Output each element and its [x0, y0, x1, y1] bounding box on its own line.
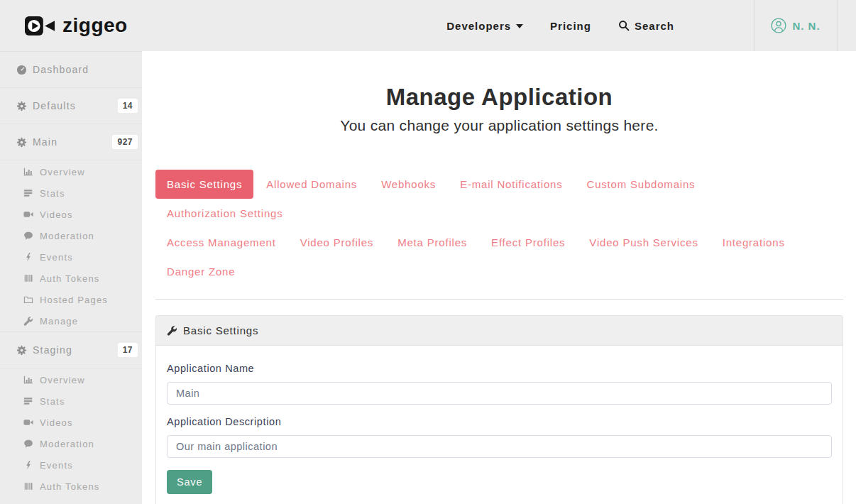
sidebar-item-label: Auth Tokens — [40, 481, 100, 492]
sidebar-item-auth-tokens[interactable]: Auth Tokens — [0, 268, 142, 289]
sidebar-item-label: Overview — [40, 375, 85, 385]
brand-name: ziggeo — [62, 14, 128, 37]
sidebar-item-dashboard[interactable]: Dashboard — [0, 52, 142, 88]
bar-chart-icon — [23, 167, 33, 177]
wrench-icon — [167, 325, 177, 336]
count-badge: 14 — [118, 99, 138, 113]
nav-developers-label: Developers — [446, 20, 511, 32]
chevron-down-icon — [516, 24, 523, 28]
sidebar-item-stats[interactable]: Stats — [0, 182, 142, 204]
sidebar-item-hosted-pages[interactable]: Hosted Pages — [0, 289, 142, 310]
tab-email-notifications[interactable]: E-mail Notifications — [449, 170, 574, 199]
sidebar-item-label: Moderation — [40, 439, 94, 449]
user-avatar-icon — [771, 18, 786, 33]
tabs-row-1: Basic Settings Allowed Domains Webhooks … — [155, 170, 843, 228]
sidebar-item-label: Events — [40, 252, 73, 263]
tabs-row-2: Access Management Video Profiles Meta Pr… — [155, 228, 843, 286]
sidebar-item-manage[interactable]: Manage — [0, 310, 142, 332]
sidebar-item-label: Main — [33, 136, 57, 148]
sidebar-item-label: Stats — [40, 188, 65, 199]
sidebar-item-label: Manage — [40, 316, 78, 327]
search-icon — [618, 20, 630, 31]
folder-icon — [23, 295, 33, 305]
application-description-label: Application Description — [167, 416, 832, 427]
sidebar-item-moderation[interactable]: Moderation — [0, 433, 142, 454]
chat-bubble-icon — [23, 439, 33, 449]
tab-webhooks[interactable]: Webhooks — [370, 170, 447, 199]
sidebar-item-overview[interactable]: Overview — [0, 369, 142, 390]
sidebar-item-label: Videos — [40, 417, 73, 428]
count-badge: 927 — [112, 135, 138, 149]
sidebar-item-overview[interactable]: Overview — [0, 161, 142, 182]
sidebar-item-hosted-pages[interactable]: Hosted Pages — [0, 497, 142, 504]
page-subtitle: You can change your application settings… — [155, 117, 843, 134]
nav-search[interactable]: Search — [618, 20, 674, 32]
settings-tabs: Basic Settings Allowed Domains Webhooks … — [155, 170, 843, 300]
lightning-bolt-icon — [23, 460, 33, 470]
application-name-label: Application Name — [167, 363, 832, 374]
count-badge: 17 — [118, 343, 138, 357]
tab-basic-settings[interactable]: Basic Settings — [155, 170, 253, 199]
gear-icon — [16, 101, 27, 111]
sidebar-item-events[interactable]: Events — [0, 246, 142, 268]
sidebar-item-events[interactable]: Events — [0, 454, 142, 476]
sidebar-item-label: Auth Tokens — [40, 273, 100, 284]
sidebar-item-label: Overview — [40, 167, 85, 177]
tab-custom-subdomains[interactable]: Custom Subdomains — [576, 170, 707, 199]
tab-video-profiles[interactable]: Video Profiles — [289, 228, 385, 257]
nav-pricing[interactable]: Pricing — [550, 20, 591, 32]
tab-access-management[interactable]: Access Management — [155, 228, 287, 257]
barcode-icon — [23, 273, 33, 283]
sidebar-item-label: Stats — [40, 396, 65, 407]
sidebar-item-staging[interactable]: Staging 17 — [0, 332, 142, 368]
stats-bars-icon — [23, 188, 33, 198]
application-description-input[interactable] — [167, 435, 832, 458]
top-navigation: Developers Pricing Search — [446, 20, 674, 32]
sidebar-item-stats[interactable]: Stats — [0, 390, 142, 412]
sidebar: Dashboard Defaults 14 — [0, 51, 142, 504]
page-title: Manage Application — [155, 84, 843, 111]
tab-allowed-domains[interactable]: Allowed Domains — [255, 170, 368, 199]
sidebar-item-auth-tokens[interactable]: Auth Tokens — [0, 476, 142, 497]
sidebar-sublist-staging: Overview Stats Videos — [0, 368, 142, 504]
application-name-input[interactable] — [167, 382, 832, 405]
sidebar-item-label: Dashboard — [33, 64, 89, 75]
sidebar-item-label: Moderation — [40, 231, 94, 241]
video-camera-logo-icon — [25, 14, 56, 38]
tab-meta-profiles[interactable]: Meta Profiles — [386, 228, 478, 257]
ziggeo-logo[interactable]: ziggeo — [25, 14, 128, 38]
sidebar-item-label: Hosted Pages — [40, 295, 108, 305]
gear-icon — [16, 137, 27, 148]
gear-icon — [16, 345, 27, 356]
video-camera-icon — [23, 209, 33, 219]
basic-settings-panel: Basic Settings Application Name Applicat… — [155, 315, 843, 504]
tab-danger-zone[interactable]: Danger Zone — [155, 257, 246, 286]
sidebar-item-label: Events — [40, 460, 73, 471]
sidebar-item-videos[interactable]: Videos — [0, 204, 142, 225]
sidebar-sublist-main: Overview Stats Videos — [0, 160, 142, 332]
barcode-icon — [23, 481, 33, 491]
sidebar-item-label: Defaults — [33, 100, 76, 111]
tab-video-push-services[interactable]: Video Push Services — [578, 228, 709, 257]
sidebar-item-label: Videos — [40, 209, 73, 220]
tab-integrations[interactable]: Integrations — [711, 228, 796, 257]
nav-search-label: Search — [635, 20, 674, 32]
sidebar-item-videos[interactable]: Videos — [0, 412, 142, 433]
dashboard-gauge-icon — [16, 65, 27, 75]
tab-authorization-settings[interactable]: Authorization Settings — [155, 199, 295, 228]
sidebar-item-defaults[interactable]: Defaults 14 — [0, 88, 142, 124]
sidebar-item-moderation[interactable]: Moderation — [0, 225, 142, 246]
tab-effect-profiles[interactable]: Effect Profiles — [480, 228, 576, 257]
account-menu[interactable]: N. N. — [754, 0, 838, 51]
chat-bubble-icon — [23, 231, 33, 241]
sidebar-item-main[interactable]: Main 927 — [0, 124, 142, 160]
video-camera-icon — [23, 417, 33, 427]
panel-header: Basic Settings — [156, 316, 843, 346]
account-initials: N. N. — [792, 20, 820, 32]
nav-pricing-label: Pricing — [550, 20, 591, 32]
save-button[interactable]: Save — [167, 470, 212, 494]
nav-developers[interactable]: Developers — [446, 20, 523, 32]
main-content: Manage Application You can change your a… — [142, 51, 856, 504]
wrench-icon — [23, 316, 33, 326]
lightning-bolt-icon — [23, 252, 33, 262]
